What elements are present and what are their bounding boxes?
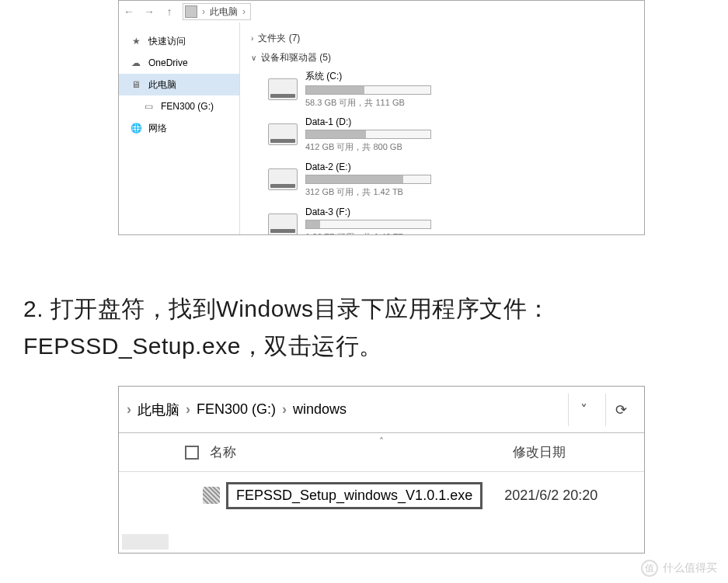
drive-capacity: 58.3 GB 可用，共 111 GB	[305, 97, 439, 109]
network-icon: 🌐	[130, 122, 142, 134]
drive-icon	[268, 168, 298, 190]
refresh-button[interactable]: ⟳	[605, 394, 636, 426]
usage-bar	[305, 175, 431, 184]
drive-capacity: 412 GB 可用，共 800 GB	[305, 141, 439, 153]
usage-bar	[305, 85, 431, 95]
nav-up-button[interactable]: ↑	[159, 5, 179, 18]
sidebar-item-this-pc[interactable]: 🖥 此电脑	[119, 74, 239, 95]
watermark: 值 什么值得买	[641, 560, 717, 577]
drive-item[interactable]: Data-2 (E:) 312 GB 可用，共 1.42 TB	[263, 158, 444, 201]
sidebar-item-label: 此电脑	[148, 78, 176, 92]
explorer-window-2: › 此电脑 › FEN300 (G:) › windows ˅ ⟳ ˄ 名称 修…	[118, 386, 645, 554]
chevron-right-icon: ›	[251, 34, 253, 43]
sidebar-item-label: 网络	[148, 122, 167, 135]
usage-bar	[305, 130, 431, 139]
sidebar-item-label: 快速访问	[148, 35, 186, 48]
instruction-text: 2. 打开盘符，找到Windows目录下应用程序文件：FEPSSD_Setup.…	[23, 290, 691, 365]
drive-icon	[268, 78, 298, 100]
sidebar-item-label: OneDrive	[148, 57, 188, 68]
sidebar-item-label: FEN300 (G:)	[161, 101, 214, 112]
breadcrumb-folder[interactable]: windows	[293, 401, 347, 418]
chevron-right-icon: ›	[186, 401, 190, 418]
file-name-selected[interactable]: FEPSSD_Setup_windows_V1.0.1.exe	[226, 482, 482, 509]
dropdown-button[interactable]: ˅	[568, 394, 599, 426]
drive-item[interactable]: 系统 (C:) 58.3 GB 可用，共 111 GB	[263, 68, 444, 111]
chevron-right-icon: ›	[127, 401, 131, 418]
group-folders[interactable]: › 文件夹 (7)	[245, 29, 644, 48]
drive-icon: ▭	[142, 100, 155, 113]
group-label: 设备和驱动器 (5)	[261, 51, 331, 64]
breadcrumb-label: 此电脑	[210, 5, 238, 19]
drive-name: Data-2 (E:)	[305, 161, 439, 172]
drive-item[interactable]: Data-3 (F:) 1.26 TB 可用，共 1.42 TB	[263, 203, 444, 234]
file-row[interactable]: FEPSSD_Setup_windows_V1.0.1.exe 2021/6/2…	[119, 472, 644, 519]
column-header-date[interactable]: 修改日期	[513, 443, 566, 461]
cloud-icon: ☁	[130, 57, 142, 69]
chevron-down-icon: ∨	[251, 54, 256, 62]
group-drives[interactable]: ∨ 设备和驱动器 (5)	[245, 48, 644, 68]
sidebar-item-onedrive[interactable]: ☁ OneDrive	[119, 52, 239, 74]
sort-indicator-icon: ˄	[379, 436, 384, 447]
sidebar-item-quick-access[interactable]: ★ 快速访问	[119, 30, 239, 52]
computer-icon	[185, 5, 197, 18]
explorer-content: › 文件夹 (7) ∨ 设备和驱动器 (5) 系统 (C:) 58.3 GB 可…	[240, 23, 644, 234]
drive-icon	[268, 213, 298, 234]
star-icon: ★	[130, 35, 142, 47]
drive-item[interactable]: Data-1 (D:) 412 GB 可用，共 800 GB	[263, 113, 444, 156]
nav-back-button[interactable]: ←	[119, 5, 139, 18]
drive-capacity: 1.26 TB 可用，共 1.42 TB	[305, 231, 439, 235]
explorer-window-1: ← → ↑ › 此电脑 › ★ 快速访问 ☁ OneDrive 🖥 此电脑 ▭	[118, 0, 645, 235]
drive-list: 系统 (C:) 58.3 GB 可用，共 111 GB Data-1 (D:) …	[245, 68, 625, 234]
address-bar: ← → ↑ › 此电脑 ›	[119, 1, 644, 23]
sidebar-item-drive-fen300[interactable]: ▭ FEN300 (G:)	[119, 95, 239, 117]
breadcrumb-drive[interactable]: FEN300 (G:)	[197, 401, 276, 418]
select-all-checkbox[interactable]	[185, 446, 199, 460]
drive-name: 系统 (C:)	[305, 70, 439, 83]
address-bar[interactable]: › 此电脑 › FEN300 (G:) › windows ˅ ⟳	[119, 387, 644, 433]
sidebar: ★ 快速访问 ☁ OneDrive 🖥 此电脑 ▭ FEN300 (G:) 🌐 …	[119, 23, 240, 234]
column-header-row: ˄ 名称 修改日期	[119, 433, 644, 472]
drive-name: Data-3 (F:)	[305, 206, 439, 217]
usage-bar	[305, 220, 431, 229]
drive-capacity: 312 GB 可用，共 1.42 TB	[305, 186, 439, 198]
chevron-right-icon: ›	[282, 401, 287, 418]
computer-icon: 🖥	[130, 78, 142, 91]
sidebar-item-network[interactable]: 🌐 网络	[119, 117, 239, 139]
status-bar	[122, 534, 169, 550]
file-modified-date: 2021/6/2 20:20	[504, 488, 597, 504]
chevron-right-icon: ›	[202, 6, 205, 17]
breadcrumb-this-pc[interactable]: 此电脑	[138, 401, 179, 419]
exe-icon	[203, 487, 220, 504]
drive-name: Data-1 (D:)	[305, 116, 439, 127]
column-header-name[interactable]: 名称	[210, 443, 513, 461]
group-label: 文件夹 (7)	[258, 32, 300, 45]
drive-icon	[268, 123, 298, 145]
breadcrumb[interactable]: › 此电脑 ›	[183, 3, 251, 20]
watermark-icon: 值	[641, 560, 658, 577]
nav-forward-button[interactable]: →	[139, 5, 159, 18]
watermark-text: 什么值得买	[663, 561, 717, 575]
chevron-right-icon: ›	[242, 6, 246, 17]
